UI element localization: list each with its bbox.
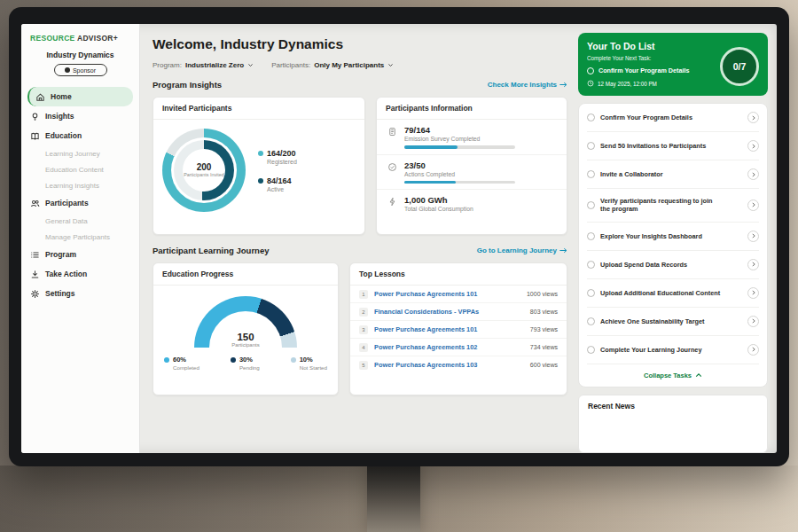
checkbox-icon[interactable]: [587, 346, 595, 354]
recent-news-title: Recent News: [588, 402, 635, 411]
task-row[interactable]: Explore Your Insights Dashboard: [587, 223, 759, 251]
legend-dot-pending: [231, 357, 236, 363]
chevron-right-icon[interactable]: [747, 200, 759, 211]
task-row[interactable]: Upload Spend Data Records: [587, 251, 759, 279]
lesson-link[interactable]: Power Purchase Agreements 101: [374, 325, 524, 333]
education-gauge-chart: 150 Participants: [194, 296, 297, 348]
participants-icon: [30, 199, 40, 208]
task-row[interactable]: Send 50 Invitations to Participants: [587, 132, 759, 160]
sponsor-badge[interactable]: Sponsor: [54, 64, 107, 76]
info-row-actions: 23/50 Actions Completed: [377, 154, 567, 190]
task-label: Invite a Collaborator: [600, 170, 723, 178]
home-icon: [35, 92, 45, 102]
energy-icon: [387, 197, 397, 207]
chevron-right-icon[interactable]: [747, 344, 759, 356]
chevron-right-icon[interactable]: [747, 316, 759, 327]
task-row[interactable]: Achieve One Sustainability Target: [587, 308, 759, 336]
program-dropdown[interactable]: Program: Industrialize Zero: [153, 61, 254, 69]
program-label: Program:: [153, 61, 182, 69]
task-row[interactable]: Confirm Your Program Details: [587, 104, 759, 132]
checkbox-icon[interactable]: [587, 261, 595, 269]
chevron-right-icon[interactable]: [747, 259, 759, 270]
sidebar-item-program[interactable]: Program: [21, 245, 139, 264]
checkbox-icon[interactable]: [587, 201, 595, 209]
chevron-right-icon[interactable]: [747, 112, 759, 123]
screen: RESOURCE ADVISOR+ Industry Dynamics Spon…: [21, 24, 777, 453]
chevron-right-icon[interactable]: [747, 140, 759, 152]
lesson-rank: 5: [359, 361, 368, 370]
org-name: Industry Dynamics: [27, 51, 134, 59]
lesson-row[interactable]: 2 Financial Considerations - VPPAs 803 v…: [350, 302, 567, 320]
lesson-rank: 4: [359, 343, 368, 352]
chevron-up-icon: [695, 372, 702, 378]
sidebar-item-participants[interactable]: Participants: [21, 193, 139, 213]
take-action-icon: [30, 270, 40, 279]
sidebar-item-label: Program: [45, 250, 76, 259]
todo-next-task[interactable]: Confirm Your Program Details: [587, 66, 720, 74]
lesson-link[interactable]: Financial Considerations - VPPAs: [374, 308, 524, 316]
invited-legend: 164/200 Registered 84/164 Active: [258, 149, 297, 192]
participants-label: Participants:: [271, 61, 310, 69]
sidebar-item-manage-participants[interactable]: Manage Participants: [21, 229, 139, 245]
legend-dot-registered: [258, 151, 263, 156]
collapse-tasks-button[interactable]: Collapse Tasks: [587, 364, 759, 387]
checkbox-icon[interactable]: [587, 142, 595, 150]
recent-news-header: Recent News: [578, 395, 768, 453]
top-lessons-card: Top Lessons 1 Power Purchase Agreements …: [349, 262, 567, 395]
card-title: Participants Information: [377, 98, 567, 120]
lesson-link[interactable]: Power Purchase Agreements 103: [374, 361, 524, 369]
sidebar-item-education-content[interactable]: Education Content: [21, 161, 139, 177]
gauge-center-value: 150: [194, 332, 297, 342]
legend-value: 10%: [300, 356, 313, 364]
task-row[interactable]: Complete Your Learning Journey: [587, 336, 759, 364]
emission-progress-bar: [404, 145, 515, 149]
task-label: Confirm Your Program Details: [600, 113, 723, 121]
lesson-link[interactable]: Power Purchase Agreements 101: [374, 290, 520, 298]
lesson-row[interactable]: 4 Power Purchase Agreements 102 734 view…: [350, 338, 567, 356]
checkbox-icon[interactable]: [587, 289, 595, 297]
lesson-rank: 3: [359, 325, 368, 334]
task-label: Complete Your Learning Journey: [600, 346, 723, 354]
legend-dot-completed: [164, 357, 169, 363]
lesson-link[interactable]: Power Purchase Agreements 102: [374, 343, 524, 351]
education-icon: [30, 131, 40, 141]
info-row-emission-survey: 79/164 Emission Survey Completed: [377, 120, 567, 154]
checkbox-icon[interactable]: [587, 232, 595, 240]
task-label: Send 50 Invitations to Participants: [600, 142, 723, 150]
lesson-row[interactable]: 1 Power Purchase Agreements 101 1000 vie…: [350, 286, 567, 302]
checkbox-icon[interactable]: [587, 67, 594, 74]
legend-label: Completed: [173, 364, 200, 371]
checkbox-icon[interactable]: [587, 317, 595, 325]
monitor-bezel: RESOURCE ADVISOR+ Industry Dynamics Spon…: [9, 7, 789, 466]
task-row[interactable]: Verify participants requesting to join t…: [587, 189, 759, 223]
sidebar-item-general-data[interactable]: General Data: [21, 213, 139, 229]
chevron-right-icon[interactable]: [747, 168, 759, 180]
checkbox-icon[interactable]: [587, 170, 595, 178]
gauge-center-label: Participants: [194, 342, 297, 348]
sidebar-item-learning-journey[interactable]: Learning Journey: [21, 145, 139, 161]
chevron-right-icon[interactable]: [747, 287, 759, 299]
sidebar-item-home[interactable]: Home: [27, 87, 133, 106]
sidebar-item-learning-insights[interactable]: Learning Insights: [21, 177, 139, 193]
checkbox-icon[interactable]: [587, 113, 595, 121]
task-row[interactable]: Invite a Collaborator: [587, 160, 759, 189]
chevron-right-icon[interactable]: [747, 231, 759, 242]
learning-journey-header: Participant Learning Journey Go to Learn…: [153, 246, 567, 255]
lesson-row[interactable]: 5 Power Purchase Agreements 103 600 view…: [350, 356, 567, 373]
sidebar-item-insights[interactable]: Insights: [21, 106, 139, 126]
legend-label: Registered: [267, 159, 297, 165]
participants-dropdown[interactable]: Participants: Only My Participants: [271, 61, 394, 69]
sidebar-item-education[interactable]: Education: [21, 126, 139, 145]
go-to-learning-journey-link[interactable]: Go to Learning Journey: [477, 246, 567, 254]
check-more-insights-link[interactable]: Check More Insights: [488, 81, 567, 89]
legend-active: 84/164 Active: [258, 176, 297, 192]
collapse-label: Collapse Tasks: [644, 372, 692, 379]
sidebar-item-take-action[interactable]: Take Action: [21, 264, 139, 284]
sidebar-item-settings[interactable]: Settings: [21, 284, 139, 303]
lesson-row[interactable]: 3 Power Purchase Agreements 101 793 view…: [350, 320, 567, 338]
task-row[interactable]: Upload Additional Educational Content: [587, 279, 759, 308]
legend-dot-not-started: [291, 357, 296, 363]
sidebar-item-label: Participants: [45, 199, 89, 207]
settings-icon: [30, 289, 40, 299]
info-value: 79/164: [404, 125, 515, 135]
